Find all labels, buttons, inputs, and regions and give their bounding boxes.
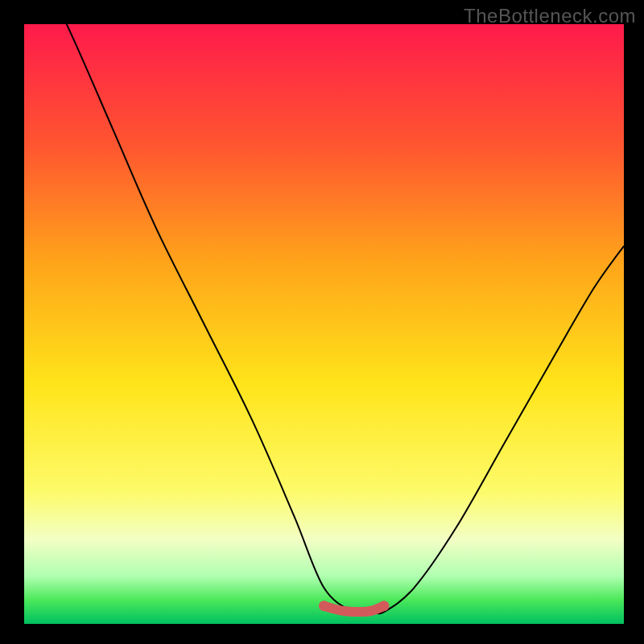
chart-svg: [0, 0, 644, 644]
bottleneck-chart: [0, 0, 644, 644]
watermark-text: TheBottleneck.com: [464, 5, 636, 27]
optimal-end-dot: [379, 601, 390, 611]
optimal-start-dot: [319, 601, 329, 611]
plot-area: [24, 24, 624, 624]
